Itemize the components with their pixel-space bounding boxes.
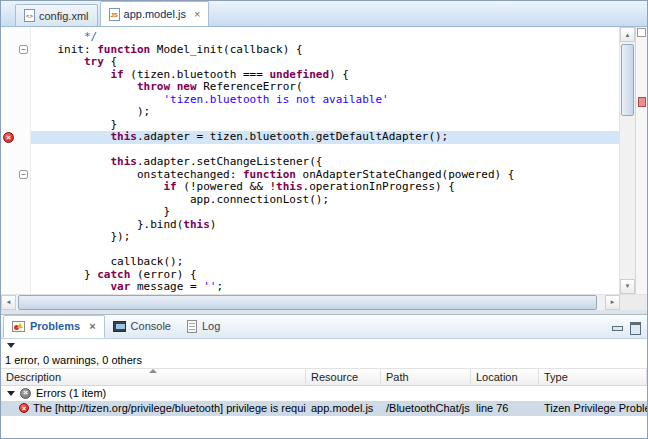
vertical-scrollbar-thumb[interactable] [621, 44, 634, 116]
editor-tab-app-model-js[interactable]: app.model.js [100, 1, 210, 26]
column-label: Location [476, 371, 518, 383]
fold-collapse-icon[interactable] [19, 170, 28, 179]
overview-ruler-header[interactable] [637, 28, 646, 37]
code-token: }.bind( [31, 218, 183, 231]
scrollbar-corner [620, 295, 647, 310]
cell-type: Tizen Privilege Problem [539, 402, 647, 414]
code-token: Model_init(callback) { [150, 43, 302, 56]
overview-error-marker[interactable] [638, 97, 646, 107]
view-tab-problems[interactable]: Problems [3, 315, 105, 338]
ide-window: config.xmlapp.model.js */ init: function… [0, 0, 648, 439]
code-line: init: function Model_init(callback) { [31, 44, 619, 57]
code-token: ; [216, 280, 223, 293]
code-token: onAdapterStateChanged(powered) { [296, 168, 515, 181]
column-header-type[interactable]: Type [539, 369, 647, 385]
view-window-buttons [610, 320, 642, 333]
expander-icon[interactable] [7, 391, 15, 396]
error-marker-icon[interactable] [3, 132, 14, 143]
code-token: new [177, 80, 197, 93]
code-line: this.adapter = tizen.bluetooth.getDefaul… [31, 131, 619, 144]
code-token: this [276, 180, 303, 193]
code-token: } [31, 205, 170, 218]
log-icon [187, 320, 197, 333]
code-token [31, 280, 110, 293]
sort-indicator-icon [149, 369, 157, 373]
column-header-resource[interactable]: Resource [306, 369, 381, 385]
code-token: } [31, 268, 97, 281]
minimize-icon[interactable] [610, 320, 624, 333]
code-token: '' [203, 280, 216, 293]
code-token [31, 55, 84, 68]
cell-description: The [http://tizen.org/privilege/bluetoot… [1, 402, 306, 414]
cell-path: /BluetoothChat/js [381, 402, 471, 414]
code-token [31, 180, 163, 193]
code-token: onstatechanged: [31, 168, 243, 181]
code-token [31, 155, 110, 168]
js-file-icon [109, 8, 120, 21]
column-header-path[interactable]: Path [381, 369, 471, 385]
code-editor[interactable]: */ init: function Model_init(callback) {… [31, 27, 619, 294]
scroll-up-icon[interactable] [620, 27, 635, 42]
column-label: Type [544, 371, 568, 383]
error-icon [19, 403, 29, 413]
editor-vertical-scrollbar[interactable] [619, 27, 635, 294]
editor-area: config.xmlapp.model.js */ init: function… [1, 1, 647, 310]
editor-tab-label: app.model.js [124, 8, 186, 20]
code-token: this [110, 130, 137, 143]
cell-location: line 76 [471, 402, 539, 414]
view-tab-console[interactable]: Console [105, 315, 179, 338]
view-toolbar [1, 339, 647, 352]
editor-tab-bar: config.xmlapp.model.js [1, 1, 647, 27]
code-token: init: [31, 43, 97, 56]
code-token: */ [31, 30, 97, 43]
code-token [31, 80, 137, 93]
code-token: if [110, 68, 123, 81]
code-token: var [110, 280, 130, 293]
code-line: ); [31, 106, 619, 119]
close-icon[interactable] [89, 322, 95, 331]
fold-collapse-icon[interactable] [19, 45, 28, 54]
code-token [170, 80, 177, 93]
code-token: .adapter = tizen.bluetooth.getDefaultAda… [137, 130, 448, 143]
code-token: }); [31, 230, 130, 243]
scroll-right-icon[interactable] [605, 295, 620, 310]
view-menu-icon[interactable] [7, 343, 15, 348]
problems-summary: 1 error, 0 warnings, 0 others [1, 352, 647, 368]
code-token: throw [137, 80, 170, 93]
code-token: app.connectionLost(); [31, 193, 329, 206]
code-token: ); [31, 105, 150, 118]
scroll-down-icon[interactable] [620, 279, 635, 294]
folding-ruler [17, 27, 31, 294]
horizontal-scroll-track[interactable] [16, 295, 605, 310]
column-header-location[interactable]: Location [471, 369, 539, 385]
overview-ruler[interactable] [635, 27, 647, 294]
close-icon[interactable] [194, 10, 200, 19]
problems-group-row[interactable]: Errors (1 item) [1, 386, 647, 401]
horizontal-scrollbar-thumb[interactable] [18, 295, 597, 310]
problems-icon [12, 321, 25, 332]
view-tab-log[interactable]: Log [179, 315, 228, 338]
editor-tab-config-xml[interactable]: config.xml [15, 4, 98, 26]
code-token: if [163, 180, 176, 193]
code-token: (!powered && ! [177, 180, 276, 193]
location-text: line 76 [476, 402, 508, 414]
column-label: Resource [311, 371, 358, 383]
scroll-left-icon[interactable] [1, 295, 16, 310]
column-label: Path [386, 371, 409, 383]
code-token: this [183, 218, 210, 231]
code-token: callback(); [31, 255, 183, 268]
code-token [31, 93, 163, 106]
code-token: ReferenceError( [197, 80, 303, 93]
errors-group-icon [20, 388, 31, 399]
column-header-description[interactable]: Description [1, 369, 306, 385]
view-tab-label: Console [131, 320, 171, 332]
view-tab-label: Problems [30, 320, 80, 332]
code-token: this [110, 155, 137, 168]
code-token: undefined [269, 68, 329, 81]
code-line: var message = ''; [31, 281, 619, 294]
problem-row[interactable]: The [http://tizen.org/privilege/bluetoot… [1, 401, 647, 416]
path-text: /BluetoothChat/js [386, 402, 470, 414]
maximize-icon[interactable] [628, 320, 642, 333]
view-tab-label: Log [202, 320, 220, 332]
editor-horizontal-scrollbar[interactable] [1, 294, 647, 310]
